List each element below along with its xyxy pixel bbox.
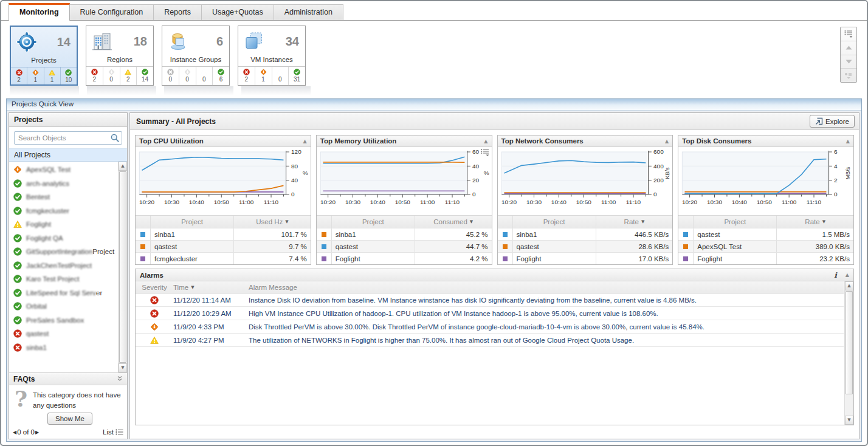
legend-table-row[interactable]: Foglight4.2 % (317, 252, 492, 264)
collapse-icon[interactable]: ▲ (303, 139, 307, 144)
search-icon[interactable] (110, 133, 120, 143)
project-item-bentest[interactable]: Bentest (9, 190, 118, 204)
alarm-row[interactable]: 11/9/20 4:33 PMDisk Throttled PerVM is a… (136, 320, 844, 334)
legend-table-row[interactable]: sinba1101.7 % (136, 228, 311, 240)
tab-rule-configuration[interactable]: Rule Configuration (70, 4, 154, 20)
legend-table-row[interactable]: qastest1.5 MB/s (678, 228, 853, 240)
column-header-value[interactable]: Rate▼ (776, 216, 853, 228)
scrollbar-thumb[interactable] (846, 291, 853, 394)
scroll-down-icon[interactable]: ▼ (845, 416, 853, 425)
critical-status-icon (32, 69, 39, 76)
project-item-jackchentestproject[interactable]: JackChenTestProject (9, 259, 118, 273)
chart-menu-icon[interactable] (481, 148, 490, 156)
svg-text:%: % (303, 170, 308, 176)
collapse-icon[interactable]: ▲ (846, 139, 850, 144)
tile-regions[interactable]: 18Regions20214 (86, 26, 154, 86)
column-header-project[interactable]: Project (331, 216, 415, 228)
pager-next-icon[interactable]: ▶ (35, 430, 39, 435)
svg-text:10:20: 10:20 (320, 199, 336, 205)
list-view-toggle[interactable]: List (103, 428, 123, 436)
alarm-row[interactable]: 11/12/20 11:14 AMInstance Disk IO deviat… (136, 293, 844, 307)
projects-scrollbar[interactable]: ▲ ▼ (118, 162, 127, 372)
scroll-down-icon[interactable] (841, 55, 856, 69)
info-icon[interactable]: i (834, 271, 837, 280)
project-item-karo-test-project[interactable]: Karo Test Project (9, 272, 118, 286)
series-color-swatch (322, 256, 326, 261)
column-header-project[interactable]: Project (693, 216, 776, 228)
legend-table-row[interactable]: qastest44.7 % (317, 240, 492, 252)
all-projects-item[interactable]: All Projects (9, 148, 127, 162)
search-input[interactable] (14, 131, 122, 145)
series-color-swatch (683, 244, 688, 249)
project-item-apexsql-test[interactable]: ApexSQL Test (9, 163, 118, 177)
project-item-arch-analytics[interactable]: arch-analytics (9, 177, 118, 191)
collapse-icon[interactable]: ▲ (846, 272, 849, 278)
column-header-value[interactable]: Consumed▼ (415, 216, 492, 228)
show-me-button[interactable]: Show Me (47, 413, 92, 425)
legend-project-name: qastest (512, 241, 596, 252)
tile-instance-groups[interactable]: 6Instance Groups0006 (162, 26, 230, 86)
project-item-foglight-qa[interactable]: Foglight QA (9, 232, 118, 245)
project-item-sinba1[interactable]: sinba1 (9, 341, 118, 355)
alarm-row[interactable]: 11/9/20 4:27 PMThe utilization of NETWOR… (136, 334, 844, 347)
legend-table-row[interactable]: fcmgkecluster7.4 % (136, 252, 311, 264)
legend-table-row[interactable]: Foglight23.2 KB/s (678, 252, 853, 264)
alarms-scrollbar[interactable]: ▲ ▼ (844, 281, 853, 425)
tab-administration[interactable]: Administration (274, 4, 343, 20)
svg-text:10:40: 10:40 (189, 199, 205, 205)
scroll-down-icon[interactable]: ▼ (119, 363, 127, 372)
alarm-row[interactable]: 11/12/20 10:29 AMHigh VM Instance CPU Ut… (136, 307, 844, 320)
project-item-presales-sandbox[interactable]: PreSales Sandbox (9, 314, 118, 328)
column-header-time[interactable]: Time▼ (173, 284, 249, 291)
legend-table-row[interactable]: sinba145.2 % (317, 228, 492, 240)
tile-vm-instances[interactable]: 34VM Instances21031 (238, 26, 306, 86)
legend-table-row[interactable]: Foglight17.0 KB/s (498, 252, 673, 264)
legend-table-row[interactable]: qastest28.6 KB/s (498, 240, 673, 252)
scroll-up-icon[interactable]: ▲ (845, 281, 853, 290)
legend-table-row[interactable]: ApexSQL Test389.0 KB/s (678, 240, 853, 252)
column-header-project[interactable]: Project (150, 216, 233, 228)
explore-label: Explore (825, 118, 849, 125)
legend-table-row[interactable]: sinba1446.5 KB/s (498, 228, 673, 240)
series-color-swatch (503, 256, 508, 261)
scroll-up-icon[interactable] (841, 41, 856, 55)
detach-icon[interactable] (841, 68, 856, 82)
scrollbar-thumb[interactable] (119, 171, 126, 363)
tab-monitoring[interactable]: Monitoring (9, 3, 70, 21)
project-item-fcmgkecluster[interactable]: fcmgkecluster (9, 204, 118, 218)
column-header-value[interactable]: Used Hz▼ (233, 216, 311, 228)
chart-legend-table: ProjectRate▼sinba1446.5 KB/sqastest28.6 … (498, 215, 673, 264)
chart-panel-header: Top CPU Utilization▲ (136, 136, 311, 147)
project-item-orbital[interactable]: Orbital (9, 300, 118, 314)
column-header-project[interactable]: Project (512, 216, 596, 228)
project-name-suffix: er (96, 289, 102, 297)
collapse-chevrons-icon[interactable] (117, 375, 123, 383)
svg-text:60: 60 (472, 149, 480, 156)
menu-icon[interactable] (841, 27, 856, 41)
tile-label: Instance Groups (162, 53, 229, 66)
projects-icon (16, 31, 38, 53)
explore-button[interactable]: Explore (810, 115, 855, 128)
faqts-header[interactable]: FAQts (9, 372, 127, 385)
svg-text:80: 80 (291, 163, 298, 170)
project-item-qastest[interactable]: qastest (9, 327, 118, 341)
legend-table-row[interactable]: qastest9.7 % (136, 240, 311, 252)
tab-reports[interactable]: Reports (154, 4, 202, 20)
normal-status-icon (13, 316, 22, 324)
column-header-severity[interactable]: Severity (136, 284, 173, 291)
column-header-message[interactable]: Alarm Message (249, 284, 844, 291)
project-item-litespeed-for-sql-serv[interactable]: LiteSpeed for Sql Server (9, 286, 118, 300)
project-item-gitsupportintegration[interactable]: GitSupportIntegrationProject (9, 245, 118, 259)
legend-project-name: sinba1 (512, 228, 596, 240)
pager-prev-icon[interactable]: ◀ (13, 430, 16, 435)
faqts-message-line1: This category does not have (33, 390, 120, 400)
tab-usage-quotas[interactable]: Usage+Quotas (202, 4, 274, 20)
project-item-foglight[interactable]: Foglight (9, 218, 118, 232)
collapse-icon[interactable]: ▲ (665, 139, 669, 144)
scroll-up-icon[interactable]: ▲ (119, 162, 127, 171)
chart-title: Top Memory Utilization (320, 137, 397, 145)
column-header-value[interactable]: Rate▼ (596, 216, 673, 228)
tile-projects[interactable]: 14Projects21110 (10, 26, 78, 86)
collapse-icon[interactable]: ▲ (484, 139, 487, 144)
normal-status-icon (13, 289, 22, 297)
